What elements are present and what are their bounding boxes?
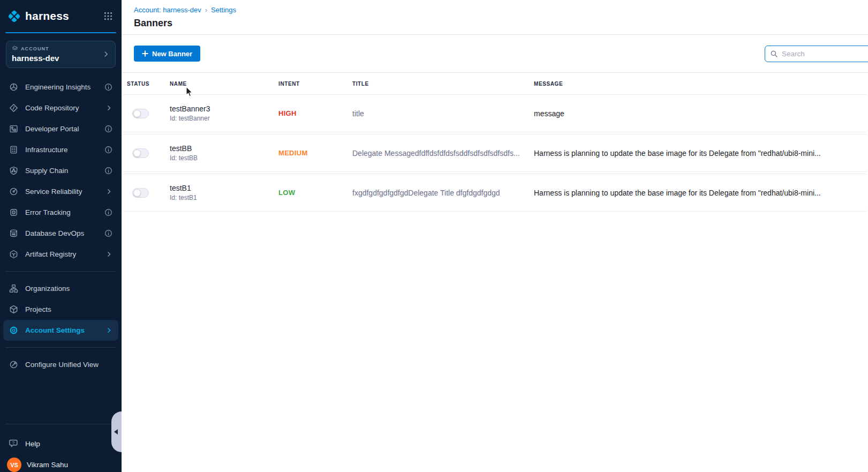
sidebar-item-organizations[interactable]: Organizations	[3, 278, 118, 299]
user-avatar: VS	[7, 458, 21, 472]
harness-logo[interactable]: harness	[7, 9, 69, 24]
banner-name: testBB	[170, 144, 278, 153]
sidebar-item-projects[interactable]: Projects	[3, 299, 118, 320]
banner-status-toggle[interactable]	[132, 109, 149, 118]
sidebar-item-database-devops[interactable]: Database DevOps	[3, 223, 118, 244]
banner-intent: MEDIUM	[278, 149, 352, 157]
column-header-intent: INTENT	[278, 81, 352, 87]
sidebar-item-label: Account Settings	[25, 326, 85, 334]
search-input[interactable]	[782, 50, 868, 58]
organizations-icon	[9, 284, 18, 293]
sidebar-item-label: Supply Chain	[25, 167, 68, 175]
layers-icon	[12, 46, 18, 52]
brand-name: harness	[25, 10, 69, 23]
code-repository-icon	[9, 103, 18, 113]
chevron-right-icon	[105, 327, 112, 334]
column-header-status: STATUS	[127, 81, 170, 87]
banner-id: Id: testBB	[170, 154, 278, 162]
sidebar-item-label: Database DevOps	[25, 229, 84, 237]
help-label: Help	[25, 440, 40, 448]
collapse-left-arrow-icon	[114, 429, 118, 434]
sidebar-item-infrastructure[interactable]: Infrastructure	[3, 139, 118, 160]
artifact-registry-icon	[9, 250, 18, 259]
toggle-knob	[133, 189, 141, 197]
sidebar-item-label: Configure Unified View	[25, 361, 99, 369]
table-row[interactable]: testBB Id: testBB MEDIUM Delegate Messag…	[122, 134, 868, 172]
user-profile[interactable]: VS Vikram Sahu	[0, 454, 122, 472]
chevron-right-icon	[102, 50, 110, 58]
info-icon[interactable]	[104, 229, 112, 237]
engineering-insights-icon	[9, 83, 18, 92]
info-icon[interactable]	[104, 83, 112, 91]
banner-table: testBanner3 Id: testBanner HIGH title me…	[122, 94, 868, 212]
account-scope-selector[interactable]: ACCOUNT harness-dev	[6, 41, 116, 68]
sidebar-item-configure-unified-view[interactable]: Configure Unified View	[3, 354, 118, 375]
banner-title: title	[352, 109, 534, 118]
service-reliability-icon	[9, 187, 18, 196]
help-button[interactable]: ? Help	[0, 433, 122, 454]
info-icon[interactable]	[104, 208, 112, 216]
banner-status-toggle[interactable]	[132, 188, 149, 198]
plus-icon	[142, 50, 148, 57]
unified-view-icon	[9, 360, 18, 369]
banner-name: testBanner3	[170, 104, 278, 113]
banner-id: Id: testBanner	[170, 115, 278, 122]
sidebar-item-code-repository[interactable]: Code Repository	[3, 98, 118, 118]
sidebar-item-service-reliability[interactable]: Service Reliability	[3, 181, 118, 202]
info-icon[interactable]	[104, 146, 112, 154]
table-row[interactable]: testBanner3 Id: testBanner HIGH title me…	[122, 94, 868, 132]
sidebar-item-label: Error Tracking	[25, 208, 71, 216]
sidebar: harness ACCOUNT harness-dev	[0, 0, 122, 472]
sidebar-divider	[5, 424, 116, 424]
chevron-right-icon	[105, 251, 112, 258]
sidebar-item-label: Infrastructure	[25, 146, 68, 154]
error-tracking-icon	[9, 208, 18, 217]
search-icon	[770, 50, 778, 58]
banner-message: Harness is planning to update the base i…	[534, 189, 868, 197]
sidebar-item-label: Developer Portal	[25, 125, 79, 133]
sidebar-item-label: Projects	[25, 305, 51, 313]
banner-status-toggle[interactable]	[132, 148, 149, 158]
projects-icon	[9, 305, 18, 314]
breadcrumb-separator: ›	[205, 6, 207, 14]
new-banner-label: New Banner	[152, 50, 192, 58]
banner-id: Id: testB1	[170, 194, 278, 201]
account-label: ACCOUNT	[21, 46, 49, 51]
banner-message: Harness is planning to update the base i…	[534, 149, 868, 158]
info-icon[interactable]	[104, 125, 112, 133]
main-content: Account: harness-dev › Settings Banners …	[122, 0, 868, 472]
table-row[interactable]: testB1 Id: testB1 LOW fxgdfgdfgdfgdfgdDe…	[122, 174, 868, 212]
toggle-knob	[133, 149, 141, 157]
breadcrumb-settings-link[interactable]: Settings	[211, 6, 236, 14]
search-box	[765, 46, 868, 62]
apps-grid-icon[interactable]	[103, 11, 113, 21]
harness-logo-icon	[7, 9, 21, 24]
info-icon[interactable]	[104, 167, 112, 175]
page-title: Banners	[122, 14, 868, 34]
toggle-knob	[133, 110, 141, 117]
sidebar-item-label: Organizations	[25, 284, 70, 293]
new-banner-button[interactable]: New Banner	[134, 46, 200, 62]
sidebar-item-artifact-registry[interactable]: Artifact Registry	[3, 244, 118, 265]
sidebar-item-error-tracking[interactable]: Error Tracking	[3, 202, 118, 223]
sidebar-divider	[5, 347, 116, 348]
banner-title: fxgdfgdfgdfgdfgdDelegate Title dfgfdgdfg…	[352, 189, 534, 197]
breadcrumb: Account: harness-dev › Settings	[122, 0, 868, 14]
column-header-message: MESSAGE	[534, 81, 868, 87]
sidebar-item-developer-portal[interactable]: Developer Portal	[3, 118, 118, 139]
sidebar-item-account-settings[interactable]: Account Settings	[3, 320, 118, 341]
sidebar-item-engineering-insights[interactable]: Engineering Insights	[3, 77, 118, 98]
chevron-right-icon	[105, 188, 112, 195]
breadcrumb-account-link[interactable]: Account: harness-dev	[134, 6, 201, 14]
sidebar-header: harness	[0, 0, 122, 32]
sidebar-item-supply-chain[interactable]: Supply Chain	[3, 160, 118, 181]
help-icon: ?	[9, 439, 19, 448]
banner-intent: LOW	[278, 189, 352, 197]
banner-title: Delegate Messagedfdffdsfdfdsfsddfsdfsdfs…	[352, 149, 534, 158]
database-devops-icon	[9, 229, 18, 238]
header-accent-line	[5, 32, 116, 33]
column-header-name: NAME	[170, 81, 278, 87]
banner-intent: HIGH	[278, 109, 352, 117]
account-name: harness-dev	[12, 54, 102, 63]
sidebar-collapse-handle[interactable]	[111, 411, 122, 452]
